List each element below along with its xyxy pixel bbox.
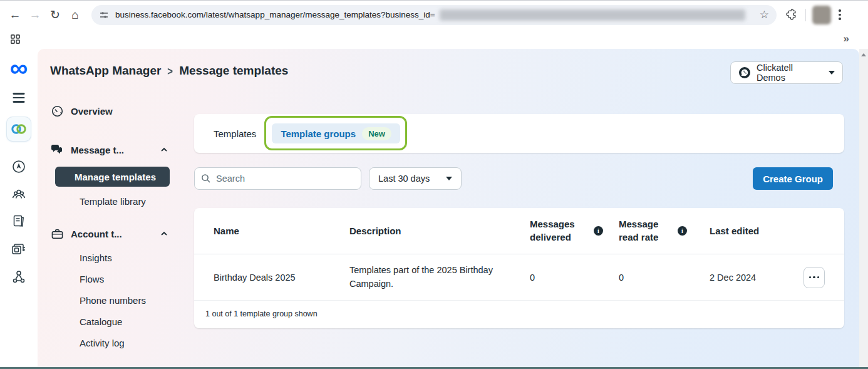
search-icon — [201, 174, 211, 184]
bookmarks-overflow-icon[interactable]: » — [844, 33, 858, 45]
sidebar-item-label: Manage templates — [75, 172, 156, 182]
date-range-value: Last 30 days — [378, 174, 430, 184]
chevron-up-icon — [160, 146, 168, 153]
sidebar-item-label: Flows — [80, 274, 104, 284]
browser-toolbar: ← → ↻ ⌂ business.facebook.com/latest/wha… — [0, 1, 868, 29]
back-icon[interactable]: ← — [5, 5, 25, 25]
cell-description: Templates part of the 2025 Birthday Camp… — [349, 265, 493, 288]
content-panel: WhatsApp Manager > Message templates Cli… — [38, 49, 859, 367]
cell-group-name: Birthday Deals 2025 — [214, 273, 349, 283]
sidebar-nav: Overview Message t... Manage templates — [50, 103, 187, 353]
clickatell-app-icon[interactable] — [7, 117, 31, 141]
column-header-messages-delivered: Messages delivered — [530, 218, 585, 244]
forward-icon[interactable]: → — [25, 5, 45, 25]
sidebar-section-message-templates[interactable]: Message t... — [50, 142, 187, 158]
redacted-url-segment — [440, 9, 745, 21]
sidebar-item-label: Phone numbers — [80, 295, 146, 306]
row-actions-button[interactable] — [803, 267, 825, 288]
ads-compass-icon[interactable] — [11, 159, 26, 174]
whatsapp-icon — [738, 66, 751, 79]
url-text: business.facebook.com/latest/whatsapp_ma… — [115, 10, 435, 19]
extensions-icon[interactable] — [785, 9, 798, 21]
app-window: ∞ — [0, 49, 868, 367]
pages-icon[interactable] — [11, 214, 26, 229]
sidebar-item-label: Insights — [80, 252, 112, 263]
new-badge: New — [362, 127, 391, 140]
sidebar-item-flows[interactable]: Flows — [50, 268, 187, 289]
tab-templates[interactable]: Templates — [214, 128, 256, 139]
sidebar-item-label: Activity log — [80, 338, 125, 348]
sidebar-item-label: Template library — [80, 196, 146, 207]
meta-logo-icon[interactable]: ∞ — [10, 55, 28, 80]
cell-last-edited: 2 Dec 2024 — [710, 273, 792, 283]
sidebar-item-overview[interactable]: Overview — [50, 103, 187, 119]
table-row[interactable]: Birthday Deals 2025 Templates part of th… — [194, 254, 844, 301]
catalog-cards-icon[interactable] — [11, 242, 27, 257]
apps-grid-icon[interactable] — [10, 34, 21, 44]
chevron-up-icon — [160, 230, 168, 237]
reload-icon[interactable]: ↻ — [45, 5, 65, 25]
column-header-name: Name — [214, 226, 349, 236]
bookmarks-bar: » — [0, 29, 868, 49]
business-selector-label: Clickatell Demos — [757, 63, 823, 83]
column-header-last-edited: Last edited — [710, 226, 792, 236]
sidebar-item-manage-templates[interactable]: Manage templates — [55, 167, 170, 187]
briefcase-icon — [50, 227, 64, 241]
tab-template-groups-label: Template groups — [281, 128, 356, 139]
search-field[interactable] — [194, 167, 361, 190]
profile-avatar[interactable] — [812, 6, 831, 24]
bookmark-star-icon[interactable]: ☆ — [760, 8, 769, 21]
search-input[interactable] — [216, 174, 354, 184]
business-selector[interactable]: Clickatell Demos — [730, 61, 843, 84]
tab-template-groups[interactable]: Template groups New — [272, 123, 400, 143]
audiences-people-icon[interactable] — [11, 187, 27, 202]
cell-message-read-rate: 0 — [619, 273, 710, 283]
toolbar-divider — [805, 9, 806, 21]
table-footer-count: 1 out of 1 template group shown — [194, 301, 844, 328]
sidebar-item-phone-numbers[interactable]: Phone numbers — [50, 289, 187, 311]
breadcrumb: WhatsApp Manager > Message templates — [50, 64, 288, 78]
date-range-dropdown[interactable]: Last 30 days — [369, 167, 462, 190]
tabs-card: Templates Template groups New — [194, 114, 844, 153]
sidebar-item-activity-log[interactable]: Activity log — [50, 332, 187, 353]
sidebar-item-catalogue[interactable]: Catalogue — [50, 311, 187, 332]
app-rail: ∞ — [0, 49, 38, 367]
sidebar-item-template-library[interactable]: Template library — [50, 194, 187, 208]
chevron-down-icon — [446, 177, 452, 180]
sidebar-section-account-tools[interactable]: Account t... — [50, 226, 187, 242]
sidebar-item-label: Overview — [71, 106, 153, 117]
page-title: Message templates — [179, 64, 288, 78]
chat-bubbles-icon — [50, 143, 64, 157]
sidebar-section-label: Account t... — [71, 229, 153, 239]
info-icon[interactable]: i — [678, 226, 687, 236]
info-icon[interactable]: i — [594, 226, 603, 236]
scroll-up-arrow-icon[interactable] — [861, 53, 866, 56]
create-group-button[interactable]: Create Group — [753, 167, 833, 190]
sidebar-section-label: Message t... — [71, 145, 153, 155]
screen: ← → ↻ ⌂ business.facebook.com/latest/wha… — [0, 0, 868, 369]
cell-messages-delivered: 0 — [530, 273, 619, 283]
list-toolbar: Last 30 days Create Group — [194, 167, 844, 190]
browser-menu-icon[interactable] — [839, 9, 841, 20]
column-header-message-read-rate: Message read rate — [619, 218, 669, 244]
chevron-down-icon — [829, 71, 835, 75]
sidebar-item-insights[interactable]: Insights — [50, 247, 187, 268]
connections-nodes-icon[interactable] — [11, 269, 26, 284]
page-scrollbar[interactable] — [859, 49, 868, 367]
table-header-row: Name Description Messages delivered i Me… — [194, 208, 844, 254]
breadcrumb-parent[interactable]: WhatsApp Manager — [50, 64, 161, 78]
rail-menu-icon[interactable] — [13, 93, 25, 103]
overview-gauge-icon — [50, 104, 64, 118]
home-icon[interactable]: ⌂ — [65, 5, 85, 25]
site-info-icon[interactable] — [99, 10, 109, 20]
template-groups-table: Name Description Messages delivered i Me… — [194, 208, 844, 328]
sidebar-item-label: Catalogue — [80, 316, 122, 327]
breadcrumb-separator: > — [167, 65, 173, 77]
column-header-description: Description — [349, 226, 530, 236]
url-bar[interactable]: business.facebook.com/latest/whatsapp_ma… — [91, 5, 777, 25]
